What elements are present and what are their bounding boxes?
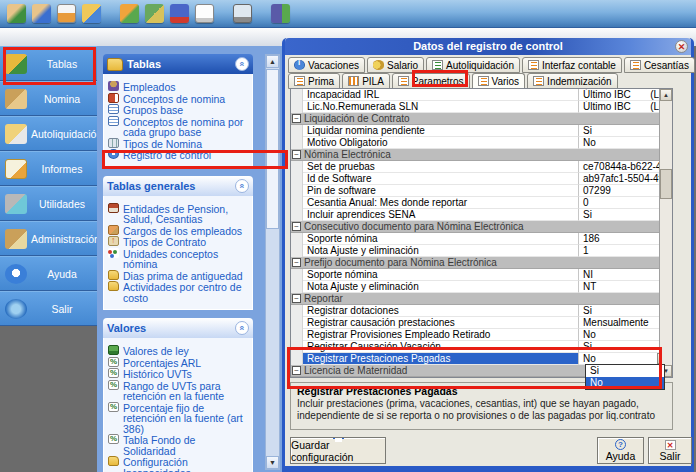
document-icon[interactable] [195, 4, 214, 23]
grid-row-motivo-obligatorio[interactable]: Motivo ObligatorioNo [291, 137, 672, 149]
nav-panel-header[interactable]: Tablas generales [103, 176, 253, 196]
grid-row-set-de-pruebas[interactable]: Set de pruebasce70844a-b622-4b6d-8193-45… [291, 161, 672, 173]
grid-row-nota-ajuste-y-eliminación[interactable]: Nota Ajuste y eliminaciónNT [291, 281, 672, 293]
exit-button[interactable]: ✕ Salir [648, 437, 692, 464]
grid-section-label: Licencia de Maternidad [304, 365, 407, 376]
nav-item-entidades-de-pension-salud-cesantias[interactable]: Entidades de Pension, Salud, Cesantias [106, 203, 250, 225]
nav-item-valores-de-ley[interactable]: Valores de ley [106, 345, 250, 357]
grid-row-gutter [291, 137, 303, 149]
close-icon[interactable]: ✕ [675, 40, 688, 53]
tab-prima[interactable]: Prima [288, 73, 340, 89]
nav-item-dias-prima-de-antiguedad[interactable]: Dias prima de antiguedad [106, 270, 250, 282]
monitor-chart-icon[interactable] [233, 4, 252, 23]
table-lightning-icon[interactable] [57, 4, 76, 23]
grid-row-cesantia-anual-mes-donde-reportar[interactable]: Cesantia Anual: Mes donde reportar0 [291, 197, 672, 209]
collapse-minus-icon[interactable]: − [292, 114, 301, 123]
nav-item-tabla-fondo-de-solidaridad[interactable]: Tabla Fondo de Solidaridad [106, 434, 250, 456]
grid-row-lic-no-remunerada-sln[interactable]: Lic.No.Remunerada SLNÚltimo IBC (Ley) [291, 101, 672, 113]
nav-item-configuración-incapacidades[interactable]: Configuración Incapacidades [106, 456, 250, 472]
tab-parametros[interactable]: Parametros [392, 73, 470, 89]
collapse-minus-icon[interactable]: − [292, 222, 301, 231]
folder-icon [107, 58, 123, 71]
nav-scrollbar-thumb[interactable] [266, 69, 279, 229]
grid-section-reportar[interactable]: −Reportar [291, 293, 672, 305]
nav-item-histórico-uvts[interactable]: Histórico UVTs [106, 368, 250, 380]
image-icon[interactable] [120, 4, 139, 23]
tab-autoliquidación[interactable]: Autoliquidación [426, 57, 520, 73]
grid-scrollbar-thumb[interactable] [660, 169, 672, 199]
save-configuration-button[interactable]: Guardar configuración [290, 437, 386, 464]
nav-item-porcentajes-arl[interactable]: Porcentajes ARL [106, 357, 250, 369]
collapse-icon[interactable] [235, 179, 249, 193]
collapse-icon[interactable] [235, 321, 249, 335]
grid-row-id-de-software[interactable]: Id de Softwareab97afc1-5504-4fc1-9bac-e0… [291, 173, 672, 185]
exit-door-icon[interactable] [271, 4, 290, 23]
nav-item-cargos-de-los-empleados[interactable]: Cargos de los empleados [106, 225, 250, 237]
grid-row-registrar-provisiones-empleado-retirado[interactable]: Registrar Provisiones Empleado RetiradoN… [291, 329, 672, 341]
nav-panel-header[interactable]: Tablas [103, 54, 253, 74]
grid-row-registrar-dotaciones[interactable]: Registrar dotacionesSi [291, 305, 672, 317]
tab-indemnización[interactable]: Indemnización [527, 73, 617, 89]
scroll-down-icon[interactable]: ▼ [266, 456, 279, 469]
nav-item-actividades-por-centro-de-costo[interactable]: Actividades por centro de costo [106, 281, 250, 303]
grid-row-soporte-nómina[interactable]: Soporte nómina186 [291, 233, 672, 245]
nav-item-tipos-de-nomina[interactable]: Tipos de Nomina [106, 138, 250, 150]
money-icon[interactable] [145, 4, 164, 23]
grid-row-liquidar-nomina-pendiente[interactable]: Liquidar nomina pendienteSi [291, 125, 672, 137]
tab-cesantías[interactable]: Cesantías [624, 57, 695, 73]
nav-item-unidades-conceptos-nómina[interactable]: Unidades conceptos nómina [106, 248, 250, 270]
tab-salario[interactable]: Salario [367, 57, 424, 73]
search-folder-icon[interactable] [82, 4, 101, 23]
sidebar-item-salir[interactable]: Salir [0, 291, 97, 326]
user-edit-icon[interactable] [32, 4, 51, 23]
grid-row-pin-de-software[interactable]: Pin de software07299 [291, 185, 672, 197]
sidebar-item-administración[interactable]: Administración [0, 221, 97, 256]
sidebar-item-nomina[interactable]: Nomina [0, 81, 97, 116]
nav-item-rango-de-uvts-para-retención-en-la-fuente[interactable]: Rango de UVTs para retención en la fuent… [106, 380, 250, 402]
user-icon[interactable] [7, 4, 26, 23]
nav-scrollbar[interactable]: ▲ ▼ [265, 54, 280, 470]
grid-scrollbar[interactable]: ▲ ▼ [659, 89, 672, 377]
grid-row-incapacidad-irl[interactable]: Incapacidad IRLÚltimo IBC (Ley) [291, 89, 672, 101]
grid-row-incluir-aprendices-sena[interactable]: Incluir aprendices SENASi [291, 209, 672, 221]
grid-row-nota-ajuste-y-eliminación[interactable]: Nota Ajuste y eliminación1 [291, 245, 672, 257]
grid-section-nómina-electrónica[interactable]: −Nómina Electrónica [291, 149, 672, 161]
grid-section-prefijo-documento-para-nómina-electrónica[interactable]: −Prefijo documento para Nómina Electróni… [291, 257, 672, 269]
dialog-titlebar[interactable]: Datos del registro de control ✕ [285, 38, 691, 55]
grid-section-consecutivo-documento-para-nómina-electrónica[interactable]: −Consecutivo documento para Nómina Elect… [291, 221, 672, 233]
grid-row-registrar-causación-prestaciones[interactable]: Registrar causación prestacionesMensualm… [291, 317, 672, 329]
collapse-icon[interactable] [235, 57, 249, 71]
sidebar-item-ayuda[interactable]: Ayuda [0, 256, 97, 291]
collapse-minus-icon[interactable]: − [292, 150, 301, 159]
scroll-up-icon[interactable]: ▲ [266, 55, 279, 68]
collapse-minus-icon[interactable]: − [292, 294, 301, 303]
tab-pila[interactable]: PILA [342, 73, 390, 89]
tab-vacaciones[interactable]: Vacaciones [288, 57, 365, 73]
dropdown-option-no[interactable]: No [586, 377, 664, 389]
nav-item-tipos-de-contrato[interactable]: Tipos de Contrato [106, 236, 250, 248]
tab-interfaz-contable[interactable]: Interfaz contable [522, 57, 622, 73]
tab-varios[interactable]: Varios [472, 73, 526, 89]
sidebar-item-autoliquidación[interactable]: Autoliquidación [0, 116, 97, 151]
nav-item-porcentaje-fijo-de-retención-en-la-fuente-art-386[interactable]: Porcentaje fijo de retención en la fuent… [106, 402, 250, 435]
nav-item-registro-de-control[interactable]: Registro de control [106, 149, 250, 161]
sidebar-item-tablas[interactable]: Tablas [0, 46, 97, 81]
nav-item-conceptos-de-nomina[interactable]: Conceptos de nomina [106, 93, 250, 105]
sidebar-item-utilidades[interactable]: Utilidades [0, 186, 97, 221]
nav-item-grupos-base[interactable]: Grupos base [106, 104, 250, 116]
scroll-up-icon[interactable]: ▲ [660, 89, 672, 101]
grid-row-soporte-nómina[interactable]: Soporte nóminaNI [291, 269, 672, 281]
grid-section-liquidación-de-contrato[interactable]: −Liquidación de Contrato [291, 113, 672, 125]
help-button[interactable]: ? Ayuda [597, 437, 644, 464]
collapse-minus-icon[interactable]: − [292, 258, 301, 267]
nav-panel-header[interactable]: Valores [103, 318, 253, 338]
nav-item-empleados[interactable]: Empleados [106, 81, 250, 93]
nav-item-conceptos-de-nomina-por-cada-grupo-base[interactable]: Conceptos de nomina por cada grupo base [106, 116, 250, 138]
grid-row-registrar-causación-vacación[interactable]: Registrar Causación VacaciónSi [291, 341, 672, 353]
bookmark-icon[interactable] [170, 4, 189, 23]
sidebar-item-informes[interactable]: Informes [0, 151, 97, 186]
nav-item-label: Conceptos de nomina [123, 93, 225, 105]
collapse-minus-icon[interactable]: − [292, 366, 301, 375]
dropdown-option-si[interactable]: Si [586, 365, 664, 377]
contract-upload-icon [108, 236, 119, 246]
